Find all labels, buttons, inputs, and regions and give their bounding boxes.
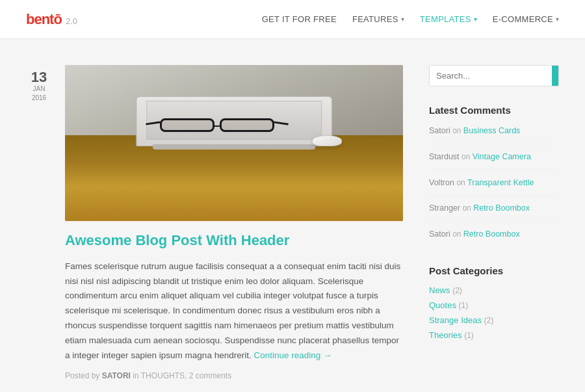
nav-ecommerce[interactable]: E-COMMERCE ▾ (493, 14, 559, 24)
comment-on: on (452, 126, 463, 135)
mouse (312, 135, 343, 146)
main-content: 13 JAN 2016 (26, 65, 403, 380)
site-header: bentō 2.0 GET IT FOR FREE FEATURES ▾ TEM… (0, 0, 585, 39)
glasses (160, 118, 275, 133)
category-item: Strange Ideas (2) (429, 315, 559, 325)
comment-link[interactable]: Vintage Camera (473, 152, 531, 161)
comment-author: Satori (429, 126, 450, 135)
post-categories-section: Post Categories News (2) Quotes (1) Stra… (429, 265, 559, 340)
nav-features[interactable]: FEATURES ▾ (352, 14, 404, 24)
meta-prefix: Posted by (65, 371, 99, 380)
post-content: Awesome Blog Post With Header Fames scel… (65, 65, 403, 380)
comment-author: Stardust (429, 152, 460, 161)
comment-on: on (456, 178, 467, 187)
comment-link[interactable]: Retro Boombox (473, 203, 530, 213)
page-wrapper: 13 JAN 2016 (0, 39, 585, 392)
search-button[interactable] (552, 66, 559, 86)
comment-link[interactable]: Transparent Kettle (467, 178, 534, 187)
category-link[interactable]: Strange Ideas (429, 315, 482, 325)
category-link[interactable]: Quotes (429, 300, 456, 310)
logo[interactable]: bentō 2.0 (26, 11, 77, 28)
post-date: 13 JAN 2016 (26, 65, 52, 380)
nav-get-it-free[interactable]: GET IT FOR FREE (262, 14, 337, 24)
chevron-down-icon: ▾ (556, 16, 559, 23)
read-more-link[interactable]: Continue reading → (254, 350, 332, 360)
comment-on: on (462, 152, 473, 161)
nav-templates[interactable]: TEMPLATES ▾ (420, 14, 477, 24)
comment-item: Stranger on Retro Boombox (429, 202, 559, 222)
chevron-down-icon: ▾ (474, 16, 477, 23)
comment-item: Satori on Retro Boombox (429, 228, 559, 247)
main-nav: GET IT FOR FREE FEATURES ▾ TEMPLATES ▾ E… (262, 14, 559, 24)
laptop-base (153, 144, 315, 149)
post-date-year: 2016 (32, 94, 46, 103)
comment-item: Satori on Business Cards (429, 125, 559, 144)
meta-category[interactable]: THOUGHTS (141, 371, 185, 380)
post-image-inner (65, 65, 403, 221)
comment-on: on (452, 229, 463, 239)
latest-comments-section: Latest Comments Satori on Business Cards… (429, 105, 559, 247)
comment-item: Stardust on Vintage Camera (429, 151, 559, 170)
comment-author: Satori (429, 229, 450, 239)
logo-text: bentō (26, 11, 62, 28)
meta-comments[interactable]: 2 comments (189, 371, 231, 380)
post-article: 13 JAN 2016 (26, 65, 403, 380)
logo-version: 2.0 (66, 16, 77, 26)
comment-link[interactable]: Retro Boombox (463, 229, 520, 239)
post-date-month: JAN (33, 85, 46, 94)
meta-author: SATORI (102, 371, 131, 380)
comment-author: Voltron (429, 178, 454, 187)
post-date-day: 13 (31, 70, 47, 85)
comment-on: on (462, 203, 473, 213)
latest-comments-title: Latest Comments (429, 105, 559, 116)
comment-link[interactable]: Business Cards (463, 126, 521, 135)
category-item: Theories (1) (429, 330, 559, 340)
post-meta: Posted by SATORI in THOUGHTS, 2 comments (65, 371, 403, 380)
post-body: Fames scelerisque rutrum augue facilisis… (65, 259, 403, 364)
categories-title: Post Categories (429, 265, 559, 276)
search-box (429, 65, 559, 86)
category-item: Quotes (1) (429, 300, 559, 310)
chevron-down-icon: ▾ (401, 16, 404, 23)
comment-author: Stranger (429, 203, 460, 213)
post-featured-image (65, 65, 403, 221)
category-link[interactable]: News (429, 285, 450, 295)
category-item: News (2) (429, 285, 559, 295)
search-input[interactable] (430, 66, 552, 86)
post-title: Awesome Blog Post With Header (65, 231, 403, 250)
sidebar: Latest Comments Satori on Business Cards… (429, 65, 559, 380)
comment-item: Voltron on Transparent Kettle (429, 177, 559, 196)
category-link[interactable]: Theories (429, 330, 462, 340)
